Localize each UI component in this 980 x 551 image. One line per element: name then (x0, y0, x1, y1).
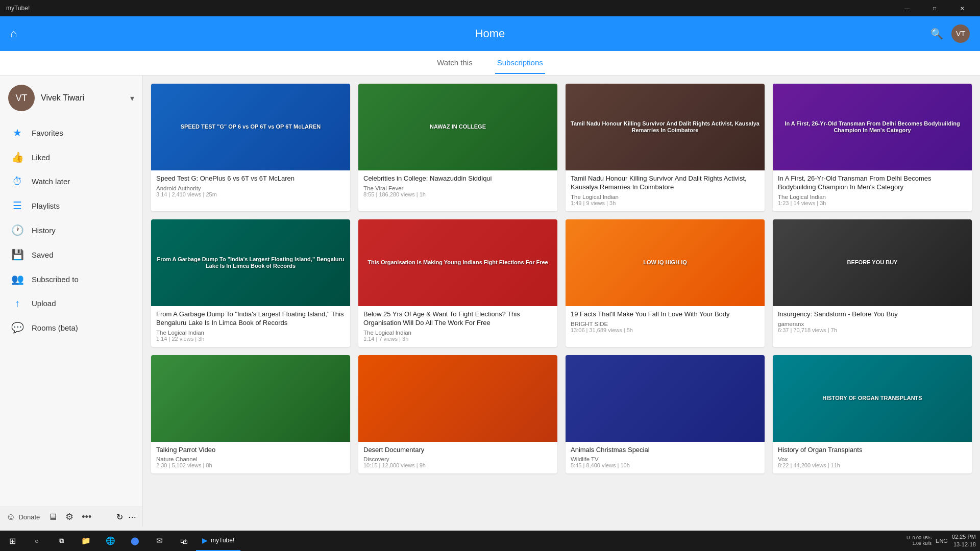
sidebar-item-label: Upload (32, 299, 56, 308)
video-channel: The Logical Indian (156, 330, 345, 336)
video-card[interactable]: Desert Documentary Discovery 10:15 | 12,… (358, 355, 557, 474)
sidebar-item-label: History (32, 226, 56, 235)
video-channel: The Logical Indian (778, 194, 967, 200)
video-info: Speed Test G: OnePlus 6 vs 6T vs 6T McLa… (151, 170, 350, 203)
video-thumbnail (358, 355, 557, 442)
task-view-button[interactable]: ⧉ (49, 531, 74, 551)
sidebar-item-favorites[interactable]: ★ Favorites (0, 120, 142, 145)
video-stats: 1:49 | 9 views | 3h (571, 200, 760, 206)
start-button[interactable]: ⊞ (0, 531, 24, 551)
sidebar-item-label: Watch later (32, 177, 70, 186)
taskbar: ⊞ ○ ⧉ 📁 🌐 ⬤ ✉ 🛍 ▶ myTube! U: 0.00 kB/s1.… (0, 531, 980, 551)
close-button[interactable]: ✕ (950, 0, 974, 16)
overflow-icon[interactable]: ⋯ (128, 512, 136, 522)
header: ⌂ Home 🔍 VT (0, 16, 980, 51)
sidebar-item-watch-later[interactable]: ⏱ Watch later (0, 169, 142, 193)
settings-button[interactable]: ⚙ (65, 511, 74, 522)
video-channel: Wildlife TV (571, 456, 760, 462)
video-info: Desert Documentary Discovery 10:15 | 12,… (358, 442, 557, 474)
video-card[interactable]: From A Garbage Dump To "India's Largest … (151, 219, 350, 347)
home-icon[interactable]: ⌂ (10, 27, 17, 40)
thumb-label: LOW IQ HIGH IQ (566, 219, 765, 306)
video-thumbnail: NAWAZ IN COLLEGE (358, 84, 557, 170)
titlebar: myTube! — □ ✕ (0, 0, 980, 16)
thumb-label (358, 355, 557, 442)
favorites-icon: ★ (10, 127, 24, 139)
sidebar-item-rooms[interactable]: 💬 Rooms (beta) (0, 315, 142, 340)
thumb-label: HISTORY OF ORGAN TRANSPLANTS (773, 355, 972, 442)
thumb-label: Tamil Nadu Honour Killing Survivor And D… (566, 84, 765, 170)
sidebar-item-label: Saved (32, 251, 54, 259)
taskbar-mytube[interactable]: ▶ myTube! (196, 531, 240, 551)
history-icon: 🕐 (10, 224, 24, 236)
tab-subscriptions[interactable]: Subscriptions (495, 52, 545, 74)
main-layout: VT Vivek Tiwari ▾ ★ Favorites 👍 Liked ⏱ … (0, 76, 980, 527)
thumb-label: In A First, 26-Yr-Old Transman From Delh… (773, 84, 972, 170)
donate-button[interactable]: ☺ Donate (6, 512, 40, 522)
liked-icon: 👍 (10, 151, 24, 163)
thumb-label: From A Garbage Dump To "India's Largest … (151, 219, 350, 306)
video-channel: Discovery (363, 456, 552, 462)
video-stats: 3:14 | 2,410 views | 25m (156, 191, 345, 197)
video-card[interactable]: Animals Christmas Special Wildlife TV 5:… (566, 355, 765, 474)
video-thumbnail: SPEED TEST "G" OP 6 vs OP 6T vs OP 6T Mc… (151, 84, 350, 170)
taskbar-chrome[interactable]: ⬤ (122, 531, 147, 551)
taskbar-store[interactable]: 🛍 (172, 531, 196, 551)
sidebar-item-playlists[interactable]: ☰ Playlists (0, 193, 142, 218)
sidebar-item-liked[interactable]: 👍 Liked (0, 145, 142, 169)
video-card[interactable]: This Organisation Is Making Young Indian… (358, 219, 557, 347)
video-stats: 1:14 | 22 views | 3h (156, 336, 345, 342)
video-card[interactable]: In A First, 26-Yr-Old Transman From Delh… (773, 84, 972, 211)
user-section[interactable]: VT Vivek Tiwari ▾ (0, 76, 142, 120)
tab-watch-this[interactable]: Watch this (435, 52, 474, 74)
video-info: History of Organ Transplants Vox 8:22 | … (773, 442, 972, 474)
taskbar-mail[interactable]: ✉ (147, 531, 172, 551)
video-title: Insurgency: Sandstorm - Before You Buy (778, 310, 967, 319)
sidebar-item-subscribed[interactable]: 👥 Subscribed to (0, 267, 142, 291)
video-channel: Vox (778, 456, 967, 462)
network-speed: U: 0.00 kB/s1.09 kB/s (906, 535, 932, 546)
video-title: 19 Facts That'll Make You Fall In Love W… (571, 310, 760, 319)
sidebar-item-label: Subscribed to (32, 275, 79, 284)
refresh-icon[interactable]: ↻ (116, 512, 123, 522)
thumb-label: This Organisation Is Making Young Indian… (358, 219, 557, 306)
taskbar-right: U: 0.00 kB/s1.09 kB/s ENG 02:25 PM 13-12… (902, 533, 980, 549)
video-stats: 2:30 | 5,102 views | 8h (156, 462, 345, 468)
video-info: Tamil Nadu Honour Killing Survivor And D… (566, 170, 765, 211)
video-card[interactable]: HISTORY OF ORGAN TRANSPLANTS History of … (773, 355, 972, 474)
video-info: 19 Facts That'll Make You Fall In Love W… (566, 306, 765, 338)
taskbar-lang: ENG (936, 538, 948, 544)
sidebar-item-upload[interactable]: ↑ Upload (0, 291, 142, 315)
search-icon[interactable]: 🔍 (930, 28, 943, 40)
tabs-bar: Watch this Subscriptions (0, 51, 980, 76)
video-grid: SPEED TEST "G" OP 6 vs OP 6T vs OP 6T Mc… (143, 76, 980, 527)
cortana-button[interactable]: ○ (24, 531, 49, 551)
sidebar-item-history[interactable]: 🕐 History (0, 218, 142, 242)
video-thumbnail: LOW IQ HIGH IQ (566, 219, 765, 306)
video-card[interactable]: Talking Parrot Video Nature Channel 2:30… (151, 355, 350, 474)
video-stats: 13:06 | 31,689 views | 5h (571, 327, 760, 333)
sidebar-item-saved[interactable]: 💾 Saved (0, 242, 142, 267)
video-card[interactable]: SPEED TEST "G" OP 6 vs OP 6T vs OP 6T Mc… (151, 84, 350, 211)
video-title: History of Organ Transplants (778, 446, 967, 455)
video-card[interactable]: LOW IQ HIGH IQ 19 Facts That'll Make You… (566, 219, 765, 347)
video-card[interactable]: Tamil Nadu Honour Killing Survivor And D… (566, 84, 765, 211)
user-avatar[interactable]: VT (951, 24, 970, 43)
video-stats: 10:15 | 12,000 views | 9h (363, 462, 552, 468)
video-thumbnail: BEFORE YOU BUY (773, 219, 972, 306)
more-button[interactable]: ••• (82, 512, 91, 522)
video-info: In A First, 26-Yr-Old Transman From Delh… (773, 170, 972, 211)
video-thumbnail (566, 355, 765, 442)
taskbar-edge[interactable]: 🌐 (98, 531, 122, 551)
video-channel: gameranx (778, 321, 967, 327)
maximize-button[interactable]: □ (923, 0, 946, 16)
video-card[interactable]: NAWAZ IN COLLEGE Celebrities in College:… (358, 84, 557, 211)
video-card[interactable]: BEFORE YOU BUY Insurgency: Sandstorm - B… (773, 219, 972, 347)
taskbar-explorer[interactable]: 📁 (74, 531, 98, 551)
video-thumbnail: In A First, 26-Yr-Old Transman From Delh… (773, 84, 972, 170)
video-info: Talking Parrot Video Nature Channel 2:30… (151, 442, 350, 474)
video-info: Below 25 Yrs Of Age & Want To Fight Elec… (358, 306, 557, 347)
cast-button[interactable]: 🖥 (48, 512, 57, 522)
minimize-button[interactable]: — (895, 0, 919, 16)
donate-label: Donate (18, 513, 40, 521)
